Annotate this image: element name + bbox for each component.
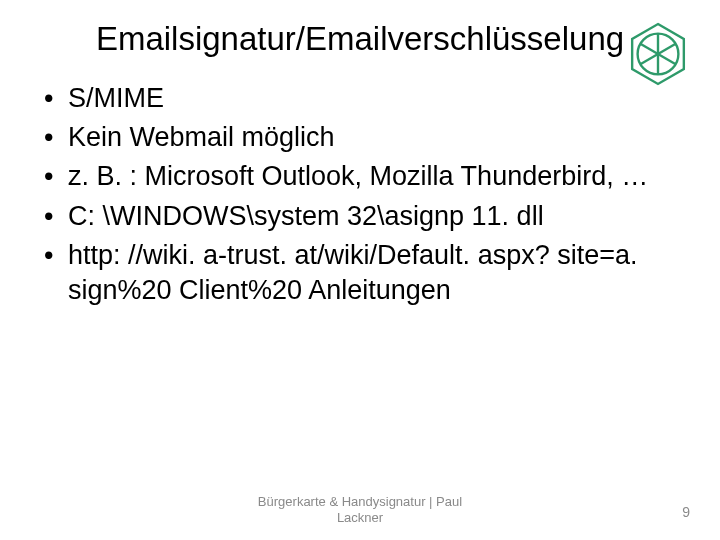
list-item: z. B. : Microsoft Outlook, Mozilla Thund… [42,159,682,194]
slide-title: Emailsignatur/Emailverschlüsselung [28,18,692,59]
footer-line: Bürgerkarte & Handysignatur | Paul [0,494,720,510]
footer-credit: Bürgerkarte & Handysignatur | Paul Lackn… [0,494,720,527]
bullet-list: S/MIME Kein Webmail möglich z. B. : Micr… [28,81,692,308]
list-item: S/MIME [42,81,682,116]
hexagon-wheel-icon [624,20,692,88]
list-item: http: //wiki. a-trust. at/wiki/Default. … [42,238,682,308]
footer-line: Lackner [0,510,720,526]
page-number: 9 [682,504,690,520]
list-item: Kein Webmail möglich [42,120,682,155]
slide: Emailsignatur/Emailverschlüsselung S/MIM… [0,0,720,540]
list-item: C: \WINDOWS\system 32\asignp 11. dll [42,199,682,234]
